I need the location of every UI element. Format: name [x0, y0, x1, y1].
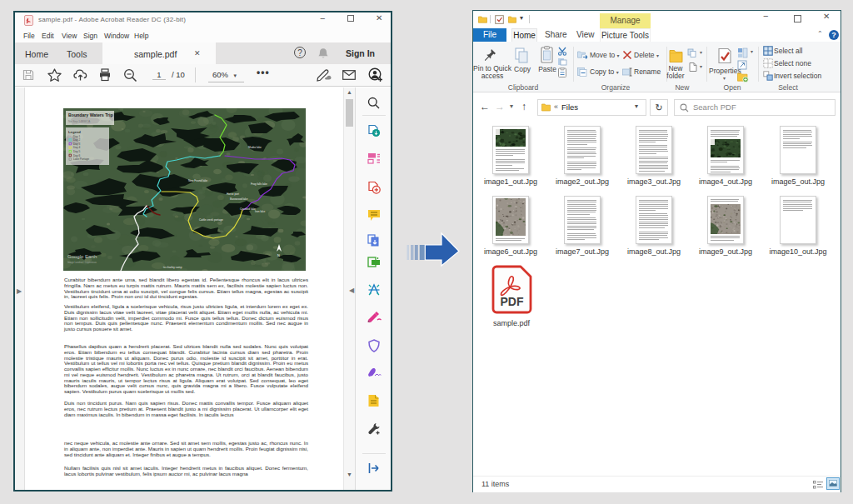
svg-text:N: N	[277, 253, 280, 257]
svg-text:PDF: PDF	[501, 295, 524, 308]
svg-text:Mudro lake: Mudro lake	[248, 146, 262, 149]
svg-text:Lake Portage: Lake Portage	[73, 157, 89, 161]
svg-text:Google Earth: Google Earth	[67, 254, 97, 259]
svg-text:Legend: Legend	[68, 130, 81, 134]
svg-text:Boundary Waters Trip: Boundary Waters Trip	[68, 112, 113, 117]
svg-text:Day 1: Day 1	[73, 135, 81, 138]
svg-text:Day 6: Day 6	[73, 154, 81, 157]
svg-text:Day 2: Day 2	[73, 138, 81, 142]
svg-text:Cattle creek portage: Cattle creek portage	[199, 218, 223, 222]
svg-text:Day 5: Day 5	[73, 150, 81, 153]
svg-text:Horse port: Horse port	[227, 192, 239, 196]
svg-text:No Sep 14BWCA: No Sep 14BWCA	[68, 120, 91, 123]
svg-text:Frog falls lake: Frog falls lake	[251, 182, 267, 186]
svg-text:Image Landsat / Copernicus: Image Landsat / Copernicus	[67, 261, 97, 264]
svg-text:Iron lake: Iron lake	[255, 210, 265, 213]
svg-text:Day 4: Day 4	[73, 146, 81, 149]
svg-text:Day 3: Day 3	[73, 142, 81, 146]
svg-text:Crooked lake: Crooked lake	[240, 207, 256, 211]
svg-text:Basswood lake: Basswood lake	[230, 197, 248, 201]
svg-text:New Found lake: New Found lake	[188, 179, 207, 182]
svg-text:to charley camp: to charley camp	[163, 266, 182, 269]
